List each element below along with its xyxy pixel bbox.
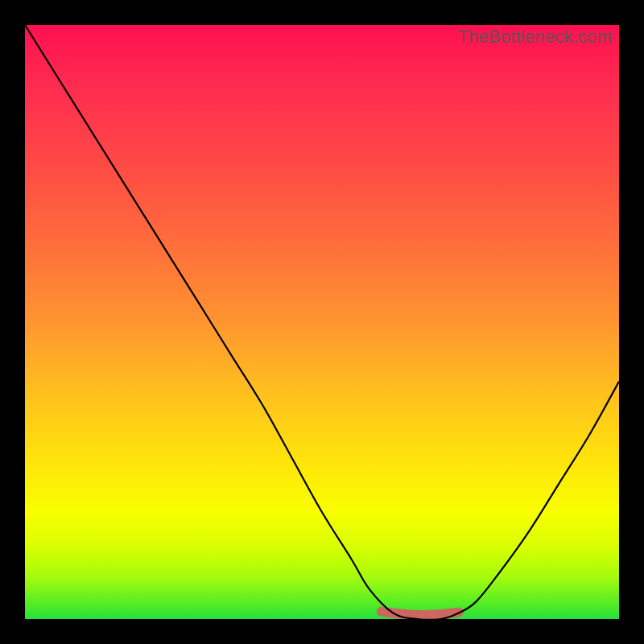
bottleneck-curve	[25, 25, 619, 619]
plot-area: TheBottleneck.com	[25, 25, 619, 619]
chart-frame: TheBottleneck.com	[0, 0, 644, 644]
chart-svg	[25, 25, 619, 619]
